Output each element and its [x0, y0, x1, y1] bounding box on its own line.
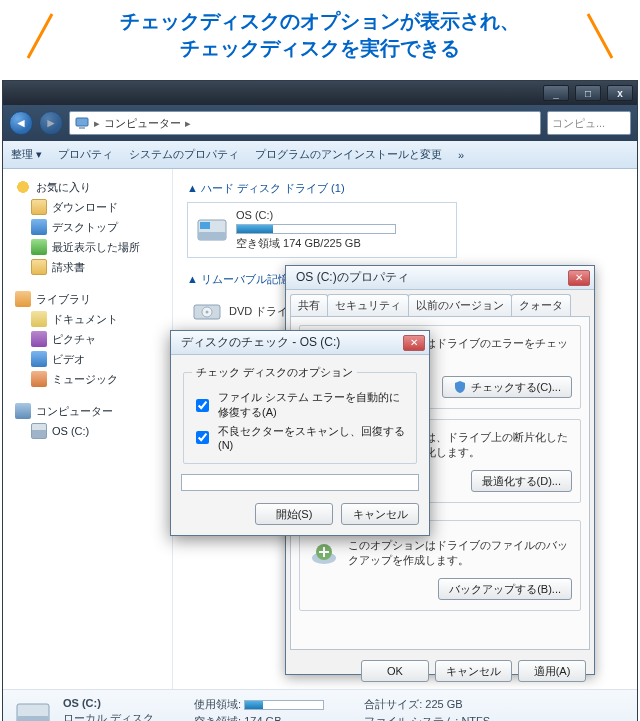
properties-dialog-title: OS (C:)のプロパティ	[296, 269, 409, 286]
tree-libraries[interactable]: ライブラリ	[3, 289, 172, 309]
backup-icon	[308, 538, 340, 570]
toolbar-more[interactable]: »	[458, 149, 464, 161]
annotation-slash-left-icon	[18, 10, 60, 62]
drive-icon	[15, 698, 51, 722]
properties-cancel-button[interactable]: キャンセル	[435, 660, 512, 682]
details-fs-value: NTFS	[461, 715, 490, 722]
tab-sharing[interactable]: 共有	[290, 294, 328, 316]
properties-tabs: 共有 セキュリティ 以前のバージョン クォータ	[286, 290, 594, 316]
tab-security[interactable]: セキュリティ	[327, 294, 409, 316]
svg-line-1	[588, 14, 612, 58]
breadcrumb-chevron-icon: ▸	[185, 117, 191, 130]
backup-text: このオプションはドライブのファイルのバックアップを作成します。	[348, 538, 572, 568]
check-disk-dialog: ディスクのチェック - OS (C:) ✕ チェック ディスクのオプション ファ…	[170, 330, 430, 536]
minimize-button[interactable]: _	[543, 85, 569, 101]
libraries-icon	[15, 291, 31, 307]
check-option-scan-checkbox[interactable]	[196, 431, 209, 444]
capacity-bar	[236, 224, 396, 234]
dvd-drive-icon	[193, 299, 221, 323]
tree-pictures[interactable]: ピクチャ	[3, 329, 172, 349]
check-disk-options: チェック ディスクのオプション ファイル システム エラーを自動的に修復する(A…	[183, 365, 417, 464]
check-disk-cancel-button[interactable]: キャンセル	[341, 503, 419, 525]
tree-downloads[interactable]: ダウンロード	[3, 197, 172, 217]
properties-dialog-titlebar[interactable]: OS (C:)のプロパティ ✕	[286, 266, 594, 290]
check-now-button[interactable]: チェックする(C)...	[442, 376, 572, 398]
check-option-fix-checkbox[interactable]	[196, 399, 209, 412]
tree-videos[interactable]: ビデオ	[3, 349, 172, 369]
tree-osc[interactable]: OS (C:)	[3, 421, 172, 441]
defrag-button[interactable]: 最適化する(D)...	[471, 470, 572, 492]
toolbar-system-properties[interactable]: システムのプロパティ	[129, 147, 239, 162]
annotation-line2: チェックディスクを実行できる	[180, 37, 460, 59]
svg-rect-18	[17, 716, 49, 722]
details-used-label: 使用領域:	[194, 698, 241, 710]
check-option-scan[interactable]: 不良セクターをスキャンし、回復する(N)	[192, 422, 408, 453]
nav-forward-button[interactable]: ►	[39, 111, 63, 135]
toolbar-uninstall-programs[interactable]: プログラムのアンインストールと変更	[255, 147, 442, 162]
search-placeholder: コンピュ...	[552, 116, 605, 131]
check-disk-close-button[interactable]: ✕	[403, 335, 425, 351]
address-bar[interactable]: ▸ コンピューター ▸	[69, 111, 541, 135]
explorer-toolbar: 整理 ▾ プロパティ システムのプロパティ プログラムのアンインストールと変更 …	[3, 141, 637, 169]
maximize-button[interactable]: □	[575, 85, 601, 101]
properties-apply-button[interactable]: 適用(A)	[518, 660, 586, 682]
properties-close-button[interactable]: ✕	[568, 270, 590, 286]
pictures-icon	[31, 331, 47, 347]
search-input[interactable]: コンピュ...	[547, 111, 631, 135]
videos-icon	[31, 351, 47, 367]
nav-back-button[interactable]: ◄	[9, 111, 33, 135]
details-drive-type: ローカル ディスク	[63, 711, 154, 722]
details-free-label: 空き領域:	[194, 715, 241, 722]
svg-point-9	[206, 311, 209, 314]
toolbar-properties[interactable]: プロパティ	[58, 147, 113, 162]
check-disk-titlebar[interactable]: ディスクのチェック - OS (C:) ✕	[171, 331, 429, 355]
breadcrumb-computer[interactable]: コンピューター	[104, 116, 181, 131]
tree-desktop[interactable]: デスクトップ	[3, 217, 172, 237]
close-button[interactable]: x	[607, 85, 633, 101]
documents-icon	[31, 311, 47, 327]
desktop-icon	[31, 219, 47, 235]
tree-documents[interactable]: ドキュメント	[3, 309, 172, 329]
window-titlebar[interactable]: _ □ x	[3, 81, 637, 105]
tab-previous[interactable]: 以前のバージョン	[408, 294, 512, 316]
breadcrumb-chevron-icon: ▸	[94, 117, 100, 130]
details-fs-label: ファイル システム:	[364, 715, 458, 722]
navigation-tree: お気に入り ダウンロード デスクトップ 最近表示した場所 請求書 ライブラリ ド…	[3, 169, 173, 689]
shield-icon	[453, 380, 467, 394]
address-row: ◄ ► ▸ コンピューター ▸ コンピュ...	[3, 105, 637, 141]
check-option-fix[interactable]: ファイル システム エラーを自動的に修復する(A)	[192, 388, 408, 422]
properties-footer: OK キャンセル 適用(A)	[286, 654, 594, 688]
annotation-title: チェックディスクのオプションが表示され、 チェックディスクを実行できる	[10, 8, 630, 62]
drive-icon	[31, 423, 47, 439]
drive-free-text: 空き領域 174 GB/225 GB	[236, 236, 396, 251]
tree-music[interactable]: ミュージック	[3, 369, 172, 389]
tree-invoices[interactable]: 請求書	[3, 257, 172, 277]
backup-button[interactable]: バックアップする(B)...	[438, 578, 572, 600]
tree-computer[interactable]: コンピューター	[3, 401, 172, 421]
folder-icon	[31, 259, 47, 275]
svg-rect-3	[79, 127, 85, 129]
details-total-value: 225 GB	[425, 698, 462, 710]
check-disk-title: ディスクのチェック - OS (C:)	[181, 334, 340, 351]
details-free-value: 174 GB	[244, 715, 281, 722]
toolbar-organize[interactable]: 整理 ▾	[11, 147, 42, 162]
svg-line-0	[28, 14, 52, 58]
annotation-slash-right-icon	[580, 10, 622, 62]
computer-icon	[15, 403, 31, 419]
svg-rect-5	[198, 232, 226, 240]
drive-name: OS (C:)	[236, 209, 396, 221]
music-icon	[31, 371, 47, 387]
properties-ok-button[interactable]: OK	[361, 660, 429, 682]
drive-tile-osc[interactable]: OS (C:) 空き領域 174 GB/225 GB	[187, 202, 457, 258]
group-header-hdd[interactable]: ▲ ハード ディスク ドライブ (1)	[187, 179, 623, 202]
check-disk-options-legend: チェック ディスクのオプション	[192, 365, 357, 380]
check-disk-progress	[181, 474, 419, 491]
tab-quota[interactable]: クォータ	[511, 294, 571, 316]
drive-icon	[196, 216, 228, 244]
tree-favorites[interactable]: お気に入り	[3, 177, 172, 197]
check-disk-start-button[interactable]: 開始(S)	[255, 503, 333, 525]
star-icon	[15, 179, 31, 195]
svg-rect-2	[76, 118, 88, 126]
tree-recent[interactable]: 最近表示した場所	[3, 237, 172, 257]
svg-rect-6	[200, 222, 210, 229]
